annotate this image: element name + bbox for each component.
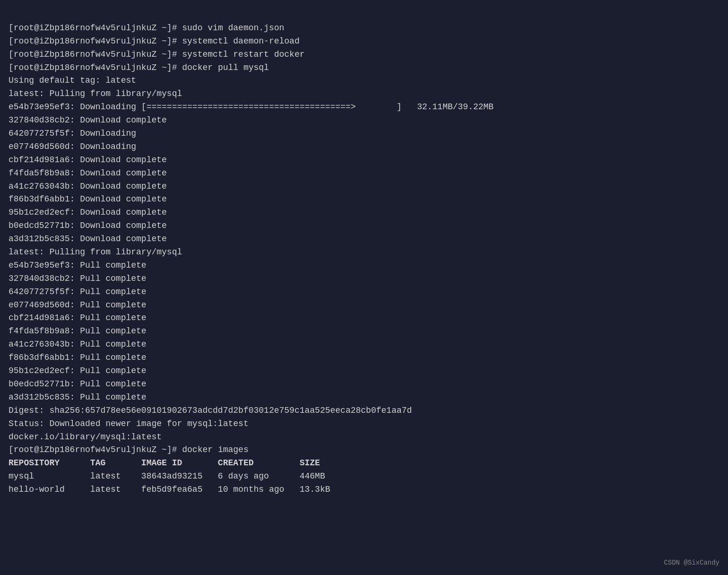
table-data-row: mysql latest 38643ad93215 6 days ago 446…	[9, 470, 719, 483]
terminal-prompt-line: [root@iZbp186rnofw4v5ruljnkuZ ~]# sudo v…	[9, 22, 719, 35]
terminal-output-line: b0edcd52771b: Pull complete	[9, 378, 719, 391]
terminal-output-line: e077469d560d: Downloading	[9, 140, 719, 154]
terminal-output-line: cbf214d981a6: Download complete	[9, 154, 719, 167]
terminal-output-line: 642077275f5f: Pull complete	[9, 286, 719, 299]
terminal-output-line: Status: Downloaded newer image for mysql…	[9, 418, 719, 431]
terminal-output-line: Digest: sha256:657d78ee56e09101902673adc…	[9, 404, 719, 418]
terminal-output-line: a41c2763043b: Pull complete	[9, 338, 719, 351]
terminal-output-line: e54b73e95ef3: Pull complete	[9, 259, 719, 272]
watermark: CSDN @SixCandy	[664, 558, 719, 568]
terminal-output-line: latest: Pulling from library/mysql	[9, 87, 719, 101]
terminal-output-line: f4fda5f8b9a8: Pull complete	[9, 325, 719, 338]
table-data-row: hello-world latest feb5d9fea6a5 10 month…	[9, 483, 719, 497]
terminal-output-line: e54b73e95ef3: Downloading [=============…	[9, 101, 719, 114]
table-header-row: REPOSITORY TAG IMAGE ID CREATED SIZE	[9, 457, 719, 470]
terminal-output-line: f86b3df6abb1: Pull complete	[9, 351, 719, 365]
terminal-prompt-line: [root@iZbp186rnofw4v5ruljnkuZ ~]# docker…	[9, 444, 719, 457]
terminal-output-line: docker.io/library/mysql:latest	[9, 431, 719, 444]
terminal-output-line: 95b1c2ed2ecf: Pull complete	[9, 365, 719, 378]
terminal-output-line: e077469d560d: Pull complete	[9, 299, 719, 312]
terminal-output: [root@iZbp186rnofw4v5ruljnkuZ ~]# sudo v…	[9, 9, 719, 497]
terminal-output-line: Using default tag: latest	[9, 74, 719, 87]
terminal-output-line: cbf214d981a6: Pull complete	[9, 312, 719, 325]
terminal-output-line: 327840d38cb2: Pull complete	[9, 272, 719, 286]
terminal-output-line: a3d312b5c835: Download complete	[9, 233, 719, 246]
terminal-output-line: a3d312b5c835: Pull complete	[9, 391, 719, 404]
terminal-output-line: a41c2763043b: Download complete	[9, 180, 719, 193]
terminal-output-line: 95b1c2ed2ecf: Download complete	[9, 206, 719, 219]
terminal-output-line: 642077275f5f: Downloading	[9, 127, 719, 140]
terminal-output-line: latest: Pulling from library/mysql	[9, 246, 719, 259]
terminal-prompt-line: [root@iZbp186rnofw4v5ruljnkuZ ~]# system…	[9, 35, 719, 48]
terminal-output-line: 327840d38cb2: Download complete	[9, 114, 719, 127]
terminal-output-line: b0edcd52771b: Download complete	[9, 219, 719, 233]
terminal-output-line: f86b3df6abb1: Download complete	[9, 193, 719, 206]
terminal-prompt-line: [root@iZbp186rnofw4v5ruljnkuZ ~]# system…	[9, 48, 719, 61]
terminal-output-line: f4fda5f8b9a8: Download complete	[9, 167, 719, 180]
terminal-prompt-line: [root@iZbp186rnofw4v5ruljnkuZ ~]# docker…	[9, 61, 719, 75]
